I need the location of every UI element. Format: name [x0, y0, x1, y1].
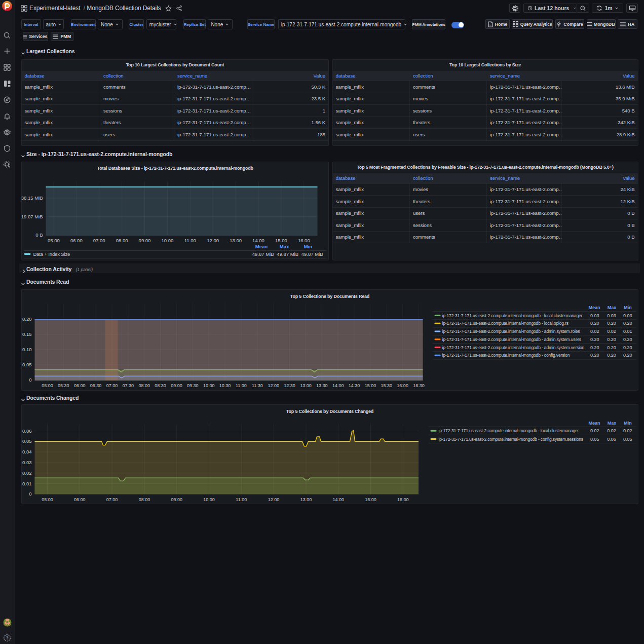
svg-text:0.01: 0.01 — [22, 481, 32, 486]
svg-text:07:30: 07:30 — [122, 383, 134, 388]
svg-text:07:00: 07:00 — [93, 238, 105, 243]
svg-text:06:00: 06:00 — [73, 383, 85, 388]
svg-text:10:00: 10:00 — [203, 497, 215, 502]
svg-text:15:00: 15:00 — [364, 383, 376, 388]
svg-text:Total Databases Size - ip-172-: Total Databases Size - ip-172-31-7-171.u… — [97, 166, 253, 171]
svg-text:14:00: 14:00 — [252, 238, 264, 243]
svg-text:0.03: 0.03 — [590, 313, 599, 318]
svg-text:14:00: 14:00 — [332, 497, 344, 502]
svg-text:13:00: 13:00 — [230, 238, 242, 243]
svg-text:0.20: 0.20 — [590, 345, 599, 350]
svg-text:0.20: 0.20 — [607, 321, 616, 326]
svg-text:12:00: 12:00 — [207, 238, 219, 243]
svg-text:16:30: 16:30 — [413, 383, 425, 388]
svg-text:Max: Max — [607, 305, 616, 310]
svg-text:Mean: Mean — [588, 421, 600, 426]
svg-text:15:00: 15:00 — [275, 238, 287, 243]
svg-text:0.10: 0.10 — [22, 346, 32, 352]
svg-text:13:30: 13:30 — [316, 383, 328, 388]
svg-text:Top 5 Collections by Documents: Top 5 Collections by Documents Read — [290, 294, 369, 299]
svg-text:0.20: 0.20 — [590, 336, 599, 342]
svg-text:14:30: 14:30 — [348, 383, 360, 388]
svg-text:09:30: 09:30 — [187, 383, 199, 388]
svg-text:11:30: 11:30 — [251, 383, 262, 388]
svg-text:06:00: 06:00 — [70, 238, 82, 243]
svg-text:Min: Min — [304, 244, 312, 249]
svg-text:0.02: 0.02 — [623, 428, 632, 433]
svg-text:ip-172-31-7-171.us-east-2.comp: ip-172-31-7-171.us-east-2.compute.intern… — [442, 345, 584, 350]
svg-text:14:00: 14:00 — [332, 383, 344, 388]
svg-text:05:30: 05:30 — [58, 383, 69, 388]
svg-text:0.05: 0.05 — [22, 361, 32, 367]
svg-text:0.05: 0.05 — [623, 437, 632, 442]
svg-text:12:00: 12:00 — [268, 497, 279, 502]
svg-text:ip-172-31-7-171.us-east-2.comp: ip-172-31-7-171.us-east-2.compute.intern… — [438, 428, 579, 433]
svg-text:ip-172-31-7-171.us-east-2.comp: ip-172-31-7-171.us-east-2.compute.intern… — [442, 336, 581, 342]
svg-text:0.06: 0.06 — [607, 437, 616, 442]
svg-text:08:00: 08:00 — [138, 497, 150, 502]
svg-text:12:30: 12:30 — [284, 383, 295, 388]
svg-text:08:30: 08:30 — [155, 383, 166, 388]
svg-text:Data + Index Size: Data + Index Size — [33, 251, 70, 257]
svg-text:0: 0 — [29, 376, 31, 382]
svg-text:11:00: 11:00 — [236, 383, 247, 388]
svg-text:0.20: 0.20 — [607, 353, 616, 358]
svg-text:12:00: 12:00 — [268, 383, 279, 388]
svg-text:10:00: 10:00 — [203, 383, 214, 388]
svg-text:0.02: 0.02 — [590, 329, 599, 334]
svg-text:0.15: 0.15 — [22, 331, 32, 337]
svg-text:0.20: 0.20 — [623, 321, 632, 326]
svg-text:0.20: 0.20 — [590, 353, 599, 358]
svg-text:Max: Max — [607, 421, 616, 426]
svg-text:09:00: 09:00 — [171, 383, 182, 388]
svg-text:38.15 MiB: 38.15 MiB — [21, 195, 43, 201]
svg-text:Max: Max — [279, 244, 289, 249]
svg-text:0.05: 0.05 — [590, 437, 599, 442]
svg-text:15:00: 15:00 — [365, 497, 376, 502]
svg-text:Min: Min — [624, 421, 632, 426]
svg-text:Mean: Mean — [255, 244, 267, 249]
svg-text:09:00: 09:00 — [138, 238, 150, 243]
svg-text:ip-172-31-7-171.us-east-2.comp: ip-172-31-7-171.us-east-2.compute.intern… — [438, 437, 583, 442]
svg-text:16:00: 16:00 — [397, 383, 408, 388]
svg-text:0.20: 0.20 — [590, 321, 599, 326]
svg-text:0.02: 0.02 — [22, 470, 32, 476]
svg-text:05:00: 05:00 — [48, 238, 60, 243]
svg-text:0.04: 0.04 — [22, 449, 32, 454]
svg-text:49.87 MiB: 49.87 MiB — [277, 251, 298, 257]
svg-text:07:00: 07:00 — [106, 497, 118, 502]
svg-text:ip-172-31-7-171.us-east-2.comp: ip-172-31-7-171.us-east-2.compute.intern… — [442, 313, 582, 318]
svg-text:0.02: 0.02 — [607, 428, 616, 433]
svg-text:49.87 MiB: 49.87 MiB — [252, 251, 274, 257]
svg-text:0 B: 0 B — [35, 232, 43, 238]
svg-text:16:00: 16:00 — [397, 497, 409, 502]
svg-text:0.05: 0.05 — [22, 438, 32, 444]
svg-text:?: ? — [6, 635, 8, 640]
svg-text:06:00: 06:00 — [74, 497, 86, 502]
svg-text:ip-172-31-7-171.us-east-2.comp: ip-172-31-7-171.us-east-2.compute.intern… — [442, 321, 568, 326]
svg-text:06:30: 06:30 — [90, 383, 101, 388]
svg-text:Min: Min — [624, 305, 632, 310]
svg-text:16:00: 16:00 — [297, 238, 310, 243]
svg-text:ip-172-31-7-171.us-east-2.comp: ip-172-31-7-171.us-east-2.compute.intern… — [442, 329, 580, 334]
svg-text:13:00: 13:00 — [300, 497, 312, 502]
svg-text:0.06: 0.06 — [22, 428, 32, 434]
svg-text:15:30: 15:30 — [381, 383, 392, 388]
svg-text:0.20: 0.20 — [623, 336, 632, 342]
svg-text:Mean: Mean — [588, 305, 600, 310]
svg-text:13:00: 13:00 — [300, 383, 312, 388]
svg-text:0.20: 0.20 — [623, 353, 632, 358]
svg-text:08:00: 08:00 — [116, 238, 128, 243]
svg-text:11:00: 11:00 — [236, 497, 247, 502]
svg-text:Top 5 Collections by Documents: Top 5 Collections by Documents Changed — [286, 409, 373, 414]
svg-text:49.87 MiB: 49.87 MiB — [301, 251, 323, 257]
svg-text:ip-172-31-7-171.us-east-2.comp: ip-172-31-7-171.us-east-2.compute.intern… — [442, 353, 570, 358]
svg-text:09:00: 09:00 — [171, 497, 182, 502]
svg-text:0.03: 0.03 — [623, 313, 632, 318]
svg-text:0.20: 0.20 — [607, 345, 616, 350]
svg-text:0.20: 0.20 — [623, 345, 632, 350]
svg-text:0.20: 0.20 — [22, 316, 32, 322]
svg-text:07:00: 07:00 — [106, 383, 118, 388]
svg-text:0.02: 0.02 — [607, 329, 616, 334]
svg-text:10:00: 10:00 — [161, 238, 173, 243]
